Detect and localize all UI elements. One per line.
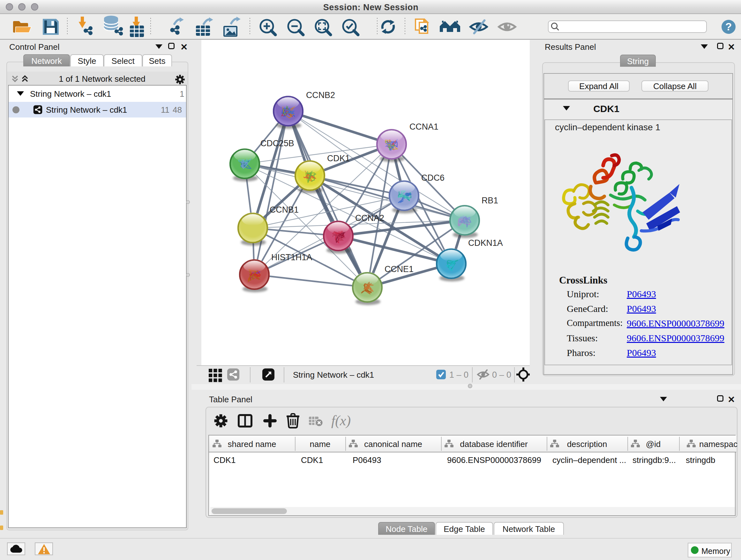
svg-text:?: ? — [725, 21, 732, 33]
svg-text:CDC25B: CDC25B — [260, 138, 294, 148]
svg-text:CDC6: CDC6 — [421, 173, 445, 183]
svg-text:0 – 0: 0 – 0 — [492, 370, 511, 380]
svg-text:CCNA1: CCNA1 — [409, 122, 439, 132]
svg-text:HIST1H1A: HIST1H1A — [271, 253, 312, 262]
svg-text:RB1: RB1 — [482, 196, 498, 205]
svg-text:CCNB2: CCNB2 — [306, 90, 335, 100]
svg-text:CCNA2: CCNA2 — [355, 213, 384, 223]
svg-text:1 – 0: 1 – 0 — [449, 370, 468, 380]
svg-text:CCNB1: CCNB1 — [270, 205, 299, 214]
svg-text:CDKN1A: CDKN1A — [468, 238, 503, 248]
svg-text:f(x): f(x) — [331, 413, 351, 428]
svg-text:String Network – cdk1: String Network – cdk1 — [293, 370, 374, 380]
svg-text:CDK1: CDK1 — [327, 153, 350, 163]
svg-text:CCNE1: CCNE1 — [385, 264, 414, 274]
